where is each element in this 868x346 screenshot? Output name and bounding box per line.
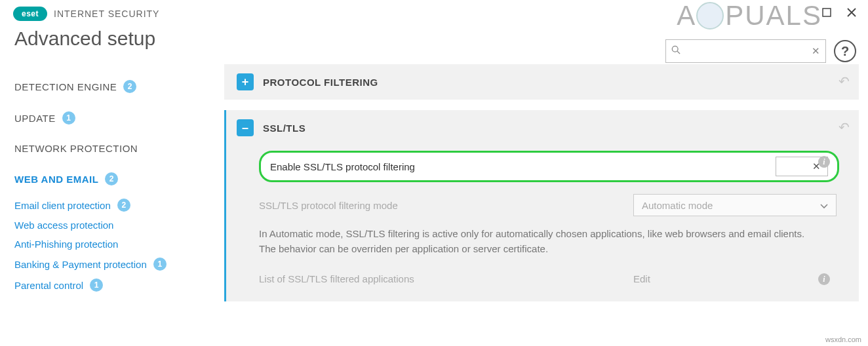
search-box[interactable]: ✕ <box>665 39 826 63</box>
info-icon[interactable]: i <box>818 156 830 168</box>
undo-icon[interactable]: ↶ <box>838 73 850 89</box>
filtering-mode-dropdown[interactable]: Automatic mode <box>633 194 837 216</box>
section-title: PROTOCOL FILTERING <box>263 77 378 88</box>
help-button[interactable]: ? <box>834 40 856 62</box>
watermark: A PUALS <box>677 0 822 31</box>
sidebar-item-web-and-email[interactable]: WEB AND EMAIL 2 <box>14 163 224 195</box>
svg-rect-0 <box>823 9 831 16</box>
enable-ssl-row: Enable SSL/TLS protocol filtering ✕ <box>259 151 839 182</box>
expand-button[interactable]: + <box>237 73 254 90</box>
info-icon[interactable]: i <box>818 273 830 285</box>
sidebar-sub-parental-control[interactable]: Parental control 1 <box>14 275 224 296</box>
content-pane: + PROTOCOL FILTERING ↶ – SSL/TLS ↶ Enabl… <box>224 59 868 312</box>
badge: 1 <box>90 279 103 292</box>
product-name: INTERNET SECURITY <box>54 9 159 19</box>
undo-icon[interactable]: ↶ <box>838 119 850 135</box>
sidebar-item-update[interactable]: UPDATE 1 <box>14 102 224 134</box>
collapse-button[interactable]: – <box>237 119 254 136</box>
badge: 2 <box>117 199 130 212</box>
sidebar-sub-email-client-protection[interactable]: Email client protection 2 <box>14 195 224 216</box>
search-input[interactable] <box>684 46 812 57</box>
source-label: wsxdn.com <box>825 336 861 343</box>
sidebar-sub-label: Anti-Phishing protection <box>14 239 118 250</box>
badge: 1 <box>153 258 167 271</box>
filtered-apps-row: List of SSL/TLS filtered applications Ed… <box>259 269 839 288</box>
sidebar-item-network-protection[interactable]: NETWORK PROTECTION <box>14 134 224 163</box>
eset-logo: eset <box>13 7 47 21</box>
close-window-button[interactable] <box>844 5 859 20</box>
owl-icon <box>696 2 724 29</box>
search-icon <box>671 45 681 57</box>
svg-point-1 <box>672 46 678 52</box>
sidebar-item-label: DETECTION ENGINE <box>14 81 117 92</box>
filtered-apps-label: List of SSL/TLS filtered applications <box>259 273 414 284</box>
sidebar-sub-anti-phishing[interactable]: Anti-Phishing protection <box>14 235 224 254</box>
sidebar-item-detection-engine[interactable]: DETECTION ENGINE 2 <box>14 71 224 102</box>
sidebar-item-label: WEB AND EMAIL <box>14 174 98 185</box>
sidebar: DETECTION ENGINE 2 UPDATE 1 NETWORK PROT… <box>14 59 224 312</box>
sidebar-item-label: UPDATE <box>14 113 56 124</box>
enable-ssl-label: Enable SSL/TLS protocol filtering <box>270 161 415 172</box>
section-ssl-tls: – SSL/TLS ↶ Enable SSL/TLS protocol filt… <box>224 110 859 301</box>
filtering-mode-row: SSL/TLS protocol filtering mode Automati… <box>259 190 839 220</box>
sidebar-sub-label: Email client protection <box>14 200 111 211</box>
section-protocol-filtering: + PROTOCOL FILTERING ↶ <box>224 64 859 100</box>
clear-search-icon[interactable]: ✕ <box>812 45 820 57</box>
sidebar-sub-label: Web access protection <box>14 220 113 231</box>
dropdown-value: Automatic mode <box>642 200 713 211</box>
badge: 2 <box>105 172 118 185</box>
sidebar-item-label: NETWORK PROTECTION <box>14 143 138 154</box>
badge: 1 <box>62 111 75 125</box>
chevron-down-icon <box>820 200 828 211</box>
edit-link[interactable]: Edit <box>633 273 837 284</box>
badge: 2 <box>123 80 136 93</box>
sidebar-sub-label: Banking & Payment protection <box>14 259 147 270</box>
sidebar-sub-web-access-protection[interactable]: Web access protection <box>14 216 224 235</box>
filtering-mode-label: SSL/TLS protocol filtering mode <box>259 200 398 211</box>
section-title: SSL/TLS <box>263 123 306 134</box>
sidebar-sub-banking-payment[interactable]: Banking & Payment protection 1 <box>14 254 224 275</box>
sidebar-sub-label: Parental control <box>14 280 83 291</box>
mode-description: In Automatic mode, SSL/TLS filtering is … <box>259 220 839 269</box>
